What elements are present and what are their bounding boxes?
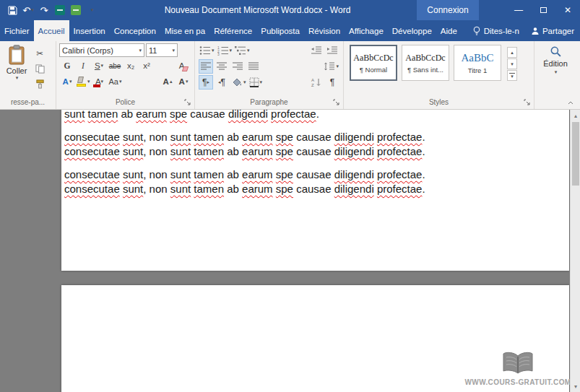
- style-titre-1[interactable]: AaBbC Titre 1: [454, 45, 501, 81]
- font-name-select[interactable]: Calibri (Corps) ▾: [59, 43, 144, 57]
- signin-button[interactable]: Connexion: [417, 0, 479, 20]
- tab-aide[interactable]: Aide: [436, 20, 462, 41]
- misspelled-word[interactable]: earum: [242, 168, 273, 180]
- increase-indent-button[interactable]: [325, 43, 339, 58]
- editing-button[interactable]: Édition ▾: [536, 43, 575, 97]
- misspelled-word[interactable]: spe: [170, 110, 187, 120]
- cut-button[interactable]: ✂: [33, 47, 47, 60]
- decrease-indent-button[interactable]: [309, 43, 324, 58]
- scroll-down-button[interactable]: ▾: [571, 381, 580, 391]
- misspelled-word[interactable]: sunt: [123, 168, 143, 180]
- misspelled-word[interactable]: spe: [276, 131, 293, 143]
- scrollbar-thumb[interactable]: [572, 122, 579, 186]
- misspelled-word[interactable]: earum: [242, 131, 273, 143]
- italic-button[interactable]: I: [76, 58, 90, 73]
- misspelled-word[interactable]: consecutae: [64, 145, 120, 157]
- borders-button[interactable]: ▾: [248, 75, 264, 90]
- show-marks-button[interactable]: ¶: [325, 75, 339, 90]
- tab-revision[interactable]: Révision: [304, 20, 345, 41]
- align-right-button[interactable]: [230, 59, 245, 74]
- tab-publipostage[interactable]: Publiposta: [256, 20, 304, 41]
- paragraph[interactable]: consecutae sunt, non sunt tamen ab earum…: [64, 130, 482, 159]
- tab-conception[interactable]: Conception: [110, 20, 160, 41]
- misspelled-word[interactable]: profectae: [377, 145, 423, 157]
- share-button[interactable]: Partager: [525, 27, 580, 35]
- misspelled-word[interactable]: tamen: [194, 168, 224, 180]
- rtl-direction-button[interactable]: ◂¶: [215, 75, 229, 90]
- clear-formatting-button[interactable]: A: [176, 58, 191, 73]
- paragraph[interactable]: sunt tamen ab earum spe causae diligendi…: [64, 110, 482, 121]
- misspelled-word[interactable]: earum: [136, 110, 167, 120]
- paste-button[interactable]: Coller ▾: [1, 43, 32, 97]
- tab-developpeur[interactable]: Développe: [388, 20, 436, 41]
- misspelled-word[interactable]: tamen: [194, 145, 224, 157]
- misspelled-word[interactable]: profectae: [377, 131, 423, 143]
- subscript-button[interactable]: x₂: [124, 58, 138, 73]
- misspelled-word[interactable]: profectae: [377, 183, 423, 195]
- misspelled-word[interactable]: diligendi: [228, 110, 268, 120]
- paragraph-dialog-launcher[interactable]: [332, 98, 340, 106]
- misspelled-word[interactable]: consecutae: [64, 131, 120, 143]
- tab-affichage[interactable]: Affichage: [345, 20, 388, 41]
- styles-scroll-up-button[interactable]: ▴: [507, 47, 517, 58]
- font-color-button[interactable]: A▾: [92, 74, 107, 89]
- styles-scroll-down-button[interactable]: ▾: [507, 58, 517, 69]
- misspelled-word[interactable]: spe: [276, 145, 293, 157]
- line-spacing-button[interactable]: ▾: [323, 59, 339, 74]
- misspelled-word[interactable]: diligendi: [334, 183, 374, 195]
- shrink-font-button[interactable]: A▾: [176, 74, 191, 89]
- redo-button[interactable]: ↷: [38, 2, 51, 18]
- numbering-button[interactable]: 123▾: [217, 43, 233, 58]
- vertical-scrollbar[interactable]: ▴ ▾: [570, 110, 580, 392]
- underline-button[interactable]: S▾: [92, 58, 106, 73]
- misspelled-word[interactable]: tamen: [88, 110, 118, 120]
- misspelled-word[interactable]: sunt: [123, 131, 143, 143]
- tell-me-button[interactable]: Dites-le-n: [467, 26, 525, 36]
- font-size-select[interactable]: 11 ▾: [146, 43, 178, 57]
- close-button[interactable]: ✕: [555, 0, 580, 20]
- qat-addin-1-button[interactable]: [53, 2, 66, 18]
- customize-qat-button[interactable]: ▾: [85, 2, 98, 18]
- paragraph[interactable]: consecutae sunt, non sunt tamen ab earum…: [64, 167, 482, 196]
- tab-insertion[interactable]: Insertion: [69, 20, 110, 41]
- align-left-button[interactable]: [199, 59, 213, 74]
- misspelled-word[interactable]: profectae: [377, 168, 423, 180]
- format-painter-button[interactable]: [33, 77, 47, 90]
- strikethrough-button[interactable]: abe: [108, 58, 122, 73]
- copy-button[interactable]: [33, 62, 47, 75]
- undo-button[interactable]: ↶▾: [22, 2, 35, 18]
- misspelled-word[interactable]: tamen: [194, 131, 224, 143]
- misspelled-word[interactable]: consecutae: [64, 168, 120, 180]
- maximize-button[interactable]: [531, 0, 555, 20]
- misspelled-word[interactable]: tamen: [194, 183, 224, 195]
- scroll-up-button[interactable]: ▴: [571, 110, 580, 121]
- tab-reference[interactable]: Référence: [209, 20, 256, 41]
- misspelled-word[interactable]: spe: [276, 183, 293, 195]
- bullets-button[interactable]: ▾: [199, 43, 215, 58]
- misspelled-word[interactable]: sunt: [170, 145, 191, 157]
- misspelled-word[interactable]: earum: [242, 145, 273, 157]
- styles-dialog-launcher[interactable]: [523, 98, 531, 106]
- qat-addin-2-button[interactable]: [69, 2, 82, 18]
- misspelled-word[interactable]: diligendi: [334, 131, 374, 143]
- misspelled-word[interactable]: sunt: [170, 183, 191, 195]
- justify-button[interactable]: [246, 59, 261, 74]
- save-button[interactable]: [6, 2, 19, 18]
- misspelled-word[interactable]: sunt: [123, 183, 143, 195]
- misspelled-word[interactable]: profectae: [271, 110, 316, 120]
- superscript-button[interactable]: x²: [139, 58, 154, 73]
- text-effects-button[interactable]: A▾: [60, 74, 74, 89]
- misspelled-word[interactable]: sunt: [64, 110, 85, 120]
- misspelled-word[interactable]: consecutae: [64, 183, 120, 195]
- bold-button[interactable]: G: [60, 58, 74, 73]
- tab-fichier[interactable]: Fichier: [0, 20, 34, 41]
- misspelled-word[interactable]: diligendi: [334, 168, 374, 180]
- tab-accueil[interactable]: Accueil: [34, 20, 69, 41]
- tab-mise-en-page[interactable]: Mise en pa: [160, 20, 209, 41]
- change-case-button[interactable]: Aa▾: [108, 74, 123, 89]
- shading-button[interactable]: ▾: [230, 75, 247, 90]
- collapse-ribbon-button[interactable]: [566, 98, 576, 107]
- misspelled-word[interactable]: diligendi: [334, 145, 374, 157]
- misspelled-word[interactable]: spe: [276, 168, 293, 180]
- font-dialog-launcher[interactable]: [183, 98, 191, 106]
